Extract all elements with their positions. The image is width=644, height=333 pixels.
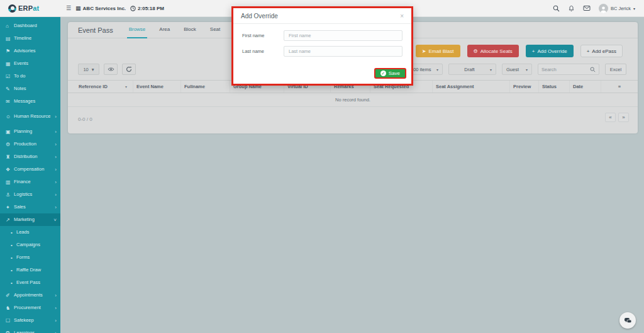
bullet-icon: • xyxy=(11,242,16,248)
chevron-right-icon: › xyxy=(55,114,57,120)
chevron-down-icon: ˅ xyxy=(53,217,57,223)
bullet-icon: • xyxy=(11,280,16,286)
distribution-icon: ♜ xyxy=(6,154,14,160)
app-logo[interactable]: ERPat xyxy=(0,4,60,13)
first-name-row: First name xyxy=(242,30,402,41)
safekeep-icon: ☐ xyxy=(6,318,14,324)
last-name-field[interactable] xyxy=(284,46,402,57)
dashboard-icon: ⌂ xyxy=(6,23,14,29)
user-avatar xyxy=(599,4,608,13)
events-icon: ▦ xyxy=(6,61,14,67)
page-size-select[interactable]: 10 ▾ xyxy=(78,64,99,75)
column-header-fullname[interactable]: Fullname xyxy=(181,81,230,93)
sidebar-subitem-leads[interactable]: •Leads xyxy=(0,226,60,239)
tab-area[interactable]: Area xyxy=(157,22,172,38)
sidebar-item-todo[interactable]: ☑To do xyxy=(0,70,60,82)
page-title: Event Pass xyxy=(78,26,113,34)
appointments-icon: ✐ xyxy=(6,293,14,298)
chat-fab-button[interactable] xyxy=(619,312,636,329)
column-visibility-button[interactable] xyxy=(104,64,118,75)
tab-block[interactable]: Block xyxy=(182,22,198,38)
close-icon[interactable]: × xyxy=(400,13,404,20)
sidebar-item-planning[interactable]: ▣Planning› xyxy=(0,125,60,138)
add-epass-button[interactable]: + Add ePass xyxy=(580,45,623,57)
caret-down-icon: ▾ xyxy=(92,67,94,72)
column-header-preview[interactable]: Preview xyxy=(510,81,539,93)
column-header-status[interactable]: Status xyxy=(539,81,570,93)
sidebar-item-human-resource[interactable]: ☺Human Resource› xyxy=(0,108,60,125)
allocate-seats-button[interactable]: ⚙ Allocate Seats xyxy=(467,45,519,57)
column-menu-icon: ≡ xyxy=(618,84,621,89)
last-name-row: Last name xyxy=(242,46,402,57)
bullet-icon: • xyxy=(11,230,16,235)
modal-footer: ✓ Save xyxy=(233,63,411,84)
sidebar-item-distribution[interactable]: ♜Distribution› xyxy=(0,150,60,163)
tab-browse[interactable]: Browse xyxy=(127,22,148,38)
table-toolbar-left: 10 ▾ xyxy=(78,64,136,75)
page-next-icon: » xyxy=(622,115,625,120)
sidebar-subitem-event-pass[interactable]: •Event Pass xyxy=(0,276,60,289)
search-icon[interactable] xyxy=(553,5,560,12)
chevron-right-icon: › xyxy=(55,154,57,160)
sidebar-item-marketing[interactable]: ↗Marketing˅ xyxy=(0,213,60,226)
column-header-reference-id[interactable]: Reference ID ▾ xyxy=(75,81,133,93)
column-header-seat-assignment[interactable]: Seat Assignment xyxy=(433,81,510,93)
email-blast-button[interactable]: ➤ Email Blast xyxy=(416,45,460,57)
sidebar: ⌂Dashboard ▤Timeline ⚑Advisories ▦Events… xyxy=(0,17,60,333)
sidebar-item-safekeep[interactable]: ☐Safekeep› xyxy=(0,314,60,327)
advisories-icon: ⚑ xyxy=(6,48,14,54)
search-input[interactable] xyxy=(541,67,590,72)
column-header-date[interactable]: Date xyxy=(570,81,601,93)
save-button[interactable]: ✓ Save xyxy=(374,68,406,79)
gear-icon: ⚙ xyxy=(474,48,478,54)
eye-icon xyxy=(108,67,114,72)
company-selector[interactable]: ▦ ABC Services Inc. xyxy=(75,5,126,11)
logistics-icon: ⚓ xyxy=(6,192,14,198)
status-filter-select[interactable]: Draft ▾ xyxy=(448,64,496,75)
first-name-field[interactable] xyxy=(284,30,402,41)
user-caret-icon: ▾ xyxy=(633,6,635,11)
modal-title: Add Override xyxy=(241,13,278,20)
sidebar-item-production[interactable]: ⚙Production› xyxy=(0,138,60,150)
column-header-event-name[interactable]: Event Name xyxy=(133,81,181,93)
column-menu-header[interactable]: ≡ xyxy=(601,81,638,93)
sidebar-subitem-raffle-draw[interactable]: •Raffle Draw xyxy=(0,264,60,276)
add-override-modal: Add Override × First name Last name ✓ Sa… xyxy=(231,6,413,86)
record-range: 0-0 / 0 xyxy=(78,116,92,122)
modal-body: First name Last name xyxy=(233,24,411,63)
sidebar-item-events[interactable]: ▦Events xyxy=(0,57,60,70)
notifications-bell-icon[interactable] xyxy=(568,5,575,12)
sidebar-item-dashboard[interactable]: ⌂Dashboard xyxy=(0,20,60,32)
caret-down-icon: ▾ xyxy=(490,67,492,72)
sort-caret-icon[interactable]: ▾ xyxy=(125,84,130,89)
sidebar-item-appointments[interactable]: ✐Appointments› xyxy=(0,289,60,302)
todo-icon: ☑ xyxy=(6,74,14,79)
last-name-label: Last name xyxy=(242,48,284,54)
refresh-button[interactable] xyxy=(122,64,136,75)
sidebar-subitem-campaigns[interactable]: •Campaigns xyxy=(0,239,60,251)
sidebar-item-sales[interactable]: ✦Sales› xyxy=(0,201,60,213)
plus-icon: + xyxy=(532,48,535,54)
sidebar-item-notes[interactable]: ✎Notes xyxy=(0,82,60,95)
page-next-button[interactable]: » xyxy=(618,113,629,122)
sidebar-toggle-icon[interactable]: ☰ xyxy=(66,5,71,11)
sidebar-item-compensation[interactable]: ❖Compensation› xyxy=(0,163,60,176)
sidebar-item-timeline[interactable]: ▤Timeline xyxy=(0,32,60,45)
sidebar-item-messages[interactable]: ✉Messages xyxy=(0,95,60,108)
tab-seat[interactable]: Seat xyxy=(208,22,222,38)
sidebar-subitem-forms[interactable]: •Forms xyxy=(0,251,60,264)
sidebar-item-procurement[interactable]: ♞Procurement› xyxy=(0,302,60,314)
sidebar-item-learnings[interactable]: ✪Learnings› xyxy=(0,327,60,333)
page-prev-button[interactable]: « xyxy=(605,113,616,122)
excel-export-button[interactable]: Excel xyxy=(605,64,626,75)
add-override-button[interactable]: + Add Override xyxy=(526,45,574,57)
type-filter-select[interactable]: Guest ▾ xyxy=(502,64,532,75)
sidebar-item-logistics[interactable]: ⚓Logistics› xyxy=(0,188,60,201)
empty-state-row: No record found. xyxy=(68,93,638,107)
messages-envelope-icon[interactable] xyxy=(583,5,591,11)
sidebar-item-advisories[interactable]: ⚑Advisories xyxy=(0,45,60,57)
sidebar-item-finance[interactable]: ▥Finance› xyxy=(0,176,60,188)
logo-text: ERPat xyxy=(18,4,39,12)
building-icon: ▦ xyxy=(75,5,81,11)
user-menu[interactable]: BC Jerick ▾ xyxy=(599,4,635,13)
